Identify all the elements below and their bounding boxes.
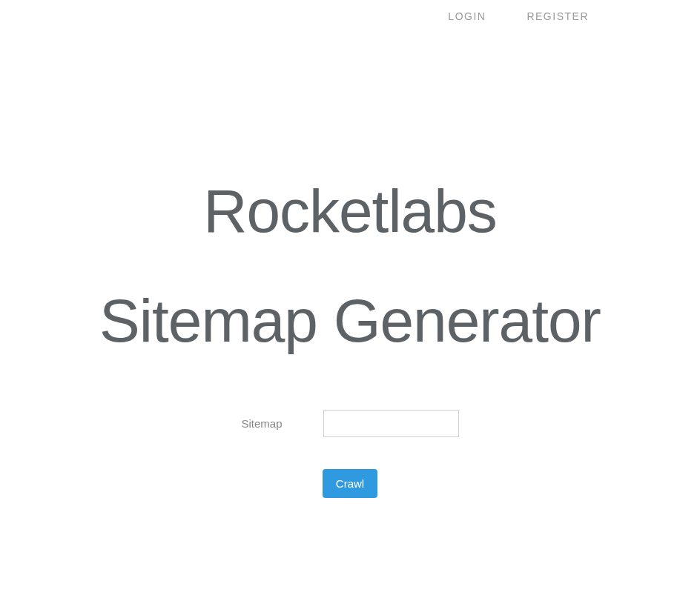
- register-link[interactable]: REGISTER: [526, 10, 589, 22]
- top-nav: LOGIN REGISTER: [448, 10, 589, 22]
- page-title-line2: Sitemap Generator: [0, 288, 700, 354]
- login-link[interactable]: LOGIN: [448, 10, 486, 22]
- sitemap-form-row: Sitemap: [241, 410, 458, 437]
- sitemap-input[interactable]: [323, 410, 459, 437]
- main-content: Rocketlabs Sitemap Generator Sitemap Cra…: [0, 178, 700, 498]
- crawl-button[interactable]: Crawl: [323, 469, 377, 498]
- sitemap-label: Sitemap: [241, 417, 282, 430]
- sitemap-form: Sitemap Crawl: [0, 410, 700, 498]
- page-title-line1: Rocketlabs: [0, 178, 700, 245]
